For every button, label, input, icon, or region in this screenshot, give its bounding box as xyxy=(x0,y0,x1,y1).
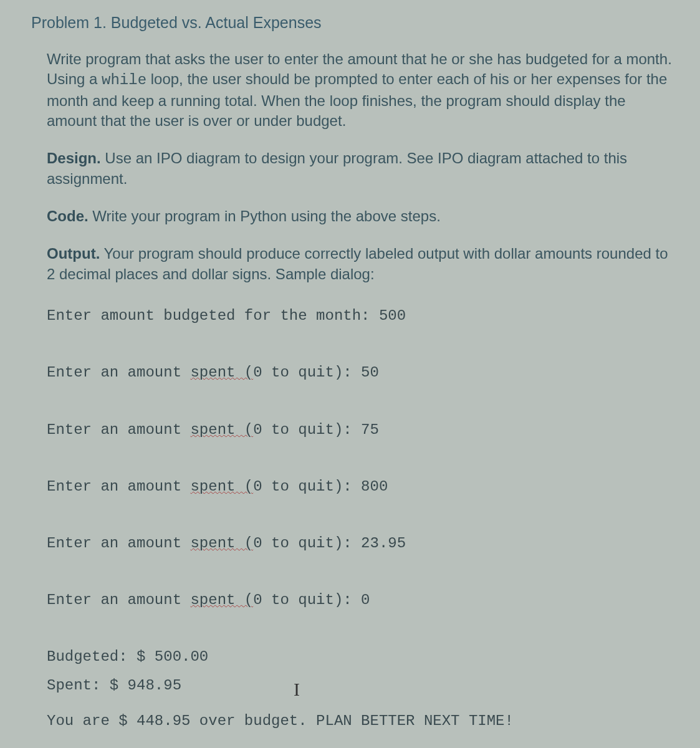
output-text: Your program should produce correctly la… xyxy=(47,245,668,282)
dialog-suffix-5: 0 to quit): 23.95 xyxy=(253,535,406,552)
dialog-spent-5: spent ( xyxy=(190,535,253,552)
dialog-prefix-2: Enter an amount xyxy=(47,364,190,381)
code-label: Code. xyxy=(47,208,89,224)
problem-title: Problem 1. Budgeted vs. Actual Expenses xyxy=(31,12,672,34)
dialog-suffix-6: 0 to quit): 0 xyxy=(253,592,370,608)
dialog-prefix-5: Enter an amount xyxy=(47,535,190,552)
content-body: Write program that asks the user to ente… xyxy=(47,49,672,748)
intro-paragraph: Write program that asks the user to ente… xyxy=(47,49,672,132)
dialog-spent-3: spent ( xyxy=(190,421,253,438)
output-paragraph: Output. Your program should produce corr… xyxy=(47,244,672,284)
design-label: Design. xyxy=(47,150,101,166)
dialog-spent-2: spent ( xyxy=(190,364,253,381)
dialog-prefix-6: Enter an amount xyxy=(47,592,190,608)
sample-dialog: Enter amount budgeted for the month: 500… xyxy=(47,302,672,735)
design-paragraph: Design. Use an IPO diagram to design you… xyxy=(47,148,672,189)
dialog-result: You are $ 448.95 over budget. PLAN BETTE… xyxy=(47,712,514,729)
code-text: Write your program in Python using the a… xyxy=(89,208,441,224)
document-page: Problem 1. Budgeted vs. Actual Expenses … xyxy=(0,0,700,748)
dialog-spent-total: Spent: $ 948.95 xyxy=(47,677,181,694)
dialog-line-1: Enter amount budgeted for the month: 500 xyxy=(47,307,406,324)
code-paragraph: Code. Write your program in Python using… xyxy=(47,206,672,226)
design-text: Use an IPO diagram to design your progra… xyxy=(47,150,627,186)
dialog-suffix-3: 0 to quit): 75 xyxy=(253,421,379,438)
dialog-suffix-4: 0 to quit): 800 xyxy=(253,478,388,495)
dialog-suffix-2: 0 to quit): 50 xyxy=(253,364,379,381)
while-keyword: while xyxy=(102,72,146,89)
text-cursor-icon: I xyxy=(294,671,300,707)
output-label: Output. xyxy=(47,245,100,262)
dialog-spent-6: spent ( xyxy=(190,592,253,608)
dialog-budgeted: Budgeted: $ 500.00 xyxy=(47,648,208,665)
dialog-prefix-4: Enter an amount xyxy=(47,478,190,495)
dialog-spent-4: spent ( xyxy=(190,478,253,495)
dialog-prefix-3: Enter an amount xyxy=(47,421,190,438)
